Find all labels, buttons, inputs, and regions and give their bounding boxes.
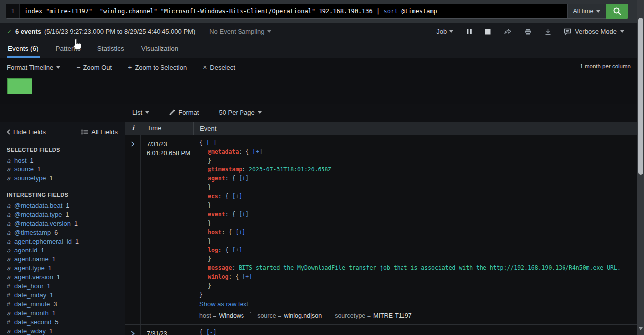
json-key[interactable]: @metadata: [208, 148, 239, 155]
event-date: 7/31/23: [147, 329, 193, 335]
format-results-button[interactable]: Format: [169, 109, 199, 116]
search-bar[interactable]: 1 index="mitre-t1197" "winlog.channel"="…: [6, 4, 606, 19]
meta-host[interactable]: host = Windows: [199, 312, 251, 319]
json-key[interactable]: ecs: [208, 193, 218, 200]
field-type-prefix: a: [7, 210, 14, 219]
json-key[interactable]: @timestamp: [208, 166, 242, 173]
export-download-button[interactable]: [545, 28, 551, 35]
field-count: 1: [75, 238, 79, 245]
meta-source[interactable]: source = winlog.ndjson: [257, 312, 328, 319]
x-icon: ×: [203, 63, 207, 71]
field-row[interactable]: adate_wday1: [0, 327, 125, 335]
show-raw-text-link[interactable]: Show as raw text: [199, 300, 637, 308]
field-row[interactable]: #date_hour1: [0, 282, 125, 291]
field-row[interactable]: aagent.version1: [0, 273, 125, 282]
json-toggle[interactable]: [-]: [206, 139, 217, 146]
field-count: 1: [50, 292, 53, 299]
time-range-picker[interactable]: All time: [567, 4, 606, 18]
event-json-tree: { [-]: [199, 328, 637, 335]
json-brace: {: [199, 139, 206, 146]
hide-fields-button[interactable]: Hide Fields: [7, 128, 46, 136]
json-toggle[interactable]: [+]: [232, 193, 242, 200]
json-toggle[interactable]: [+]: [235, 229, 245, 236]
json-brace: {: [199, 329, 206, 335]
format-results-label: Format: [178, 109, 199, 116]
field-row[interactable]: asource1: [0, 165, 125, 174]
json-value[interactable]: BITS started the MyDownloadFile transfer…: [239, 264, 621, 271]
expand-event-button[interactable]: [125, 325, 141, 335]
json-toggle[interactable]: [+]: [239, 211, 249, 218]
field-type-prefix: #: [7, 300, 14, 309]
expand-event-button[interactable]: [125, 135, 141, 324]
events-table-header: i Time Event: [125, 122, 637, 135]
field-count: 1: [52, 256, 56, 263]
field-row[interactable]: aagent.ephemeral_id1: [0, 237, 125, 246]
tab-visualization[interactable]: Visualization: [140, 40, 180, 58]
format-timeline-menu[interactable]: Format Timeline: [7, 64, 60, 71]
field-row[interactable]: asourcetype1: [0, 174, 125, 183]
field-name: @timestamp: [14, 229, 51, 236]
search-input[interactable]: index="mitre-t1197" "winlog.channel"="Mi…: [20, 4, 567, 18]
field-row[interactable]: a@metadata.beat1: [0, 201, 125, 210]
field-type-prefix: #: [7, 282, 14, 291]
pause-button[interactable]: [466, 28, 472, 35]
json-key[interactable]: winlog: [208, 273, 229, 280]
time-range-label: All time: [573, 8, 594, 15]
field-row[interactable]: a@timestamp6: [0, 228, 125, 237]
field-row[interactable]: #date_mday1: [0, 291, 125, 300]
timeline-histogram-bar[interactable]: [7, 78, 32, 94]
field-row[interactable]: aagent.id1: [0, 246, 125, 255]
tab-statistics[interactable]: Statistics: [96, 40, 125, 58]
field-row[interactable]: #date_minute3: [0, 300, 125, 309]
meta-sourcetype[interactable]: sourcetype = MITRE-T1197: [335, 312, 418, 319]
json-toggle[interactable]: [+]: [232, 247, 242, 253]
stop-button[interactable]: [485, 29, 491, 35]
json-toggle[interactable]: [+]: [242, 273, 252, 280]
field-name: agent.id: [14, 247, 37, 254]
field-row[interactable]: a@metadata.type1: [0, 210, 125, 219]
json-key[interactable]: log: [208, 247, 218, 253]
json-toggle[interactable]: [+]: [239, 175, 249, 182]
search-mode-menu[interactable]: Verbose Mode: [564, 28, 624, 35]
json-toggle[interactable]: [+]: [252, 148, 263, 155]
field-name: agent.version: [14, 273, 53, 281]
share-button[interactable]: [504, 28, 511, 35]
list-view-menu[interactable]: List: [132, 109, 149, 116]
field-row[interactable]: a@metadata.version1: [0, 219, 125, 228]
results-tabs: Events (6) Patterns Statistics Visualiza…: [0, 40, 637, 58]
json-punctuation: :: [229, 273, 236, 280]
search-button[interactable]: [606, 4, 628, 19]
tab-events[interactable]: Events (6): [7, 40, 40, 58]
scrollbar-thumb[interactable]: [638, 18, 643, 175]
per-page-menu[interactable]: 50 Per Page: [219, 109, 261, 116]
caret-down-icon: [596, 10, 600, 13]
json-key[interactable]: event: [208, 211, 225, 218]
field-type-prefix: a: [7, 327, 14, 335]
field-count: 1: [47, 283, 51, 290]
scrollbar-down-arrow-icon[interactable]: [639, 327, 643, 330]
json-toggle[interactable]: [-]: [206, 329, 217, 335]
json-value[interactable]: 2023-07-31T18:01:20.658Z: [249, 166, 331, 173]
json-key[interactable]: host: [208, 229, 222, 236]
json-key[interactable]: message: [208, 264, 232, 271]
zoom-out-button[interactable]: − Zoom Out: [76, 63, 112, 71]
vertical-scrollbar[interactable]: [637, 0, 644, 335]
print-button[interactable]: [524, 28, 532, 35]
json-brace: }: [208, 202, 211, 209]
field-row[interactable]: #date_second5: [0, 318, 125, 327]
event-sampling-menu[interactable]: No Event Sampling: [209, 28, 271, 35]
field-row[interactable]: ahost1: [0, 156, 125, 165]
field-row[interactable]: adate_month1: [0, 309, 125, 318]
all-fields-button[interactable]: All Fields: [81, 128, 118, 136]
field-type-prefix: a: [7, 273, 14, 282]
event-json-tree: { [-]@metadata: { [+]}@timestamp: 2023-0…: [199, 138, 637, 299]
json-brace: {: [225, 247, 232, 253]
pencil-icon: [169, 109, 175, 116]
deselect-button[interactable]: × Deselect: [203, 63, 235, 71]
job-menu[interactable]: Job: [436, 28, 453, 35]
zoom-to-selection-button[interactable]: + Zoom to Selection: [128, 63, 187, 71]
field-row[interactable]: aagent.type1: [0, 264, 125, 273]
field-row[interactable]: aagent.name1: [0, 255, 125, 264]
json-key[interactable]: agent: [208, 175, 225, 182]
timeline-panel: Format Timeline − Zoom Out + Zoom to Sel…: [0, 58, 637, 104]
